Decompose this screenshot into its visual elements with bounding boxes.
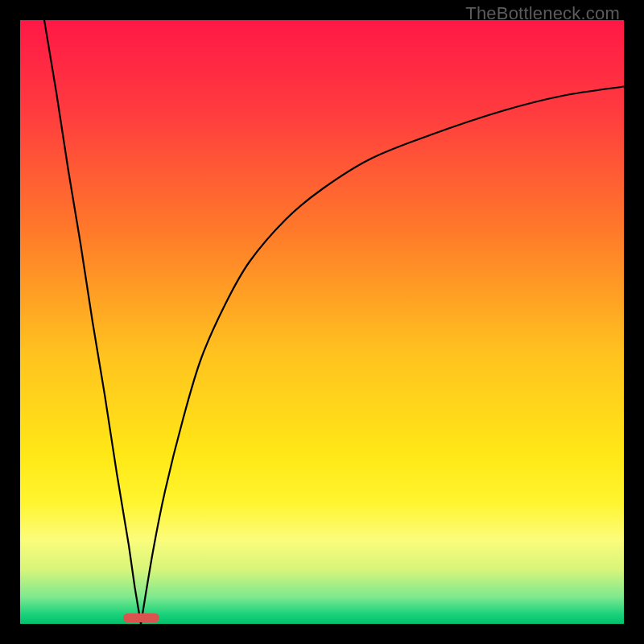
watermark-text: TheBottleneck.com [465, 3, 620, 24]
bottleneck-curve [20, 20, 624, 624]
plot-frame [20, 20, 624, 624]
optimal-marker [123, 613, 159, 622]
